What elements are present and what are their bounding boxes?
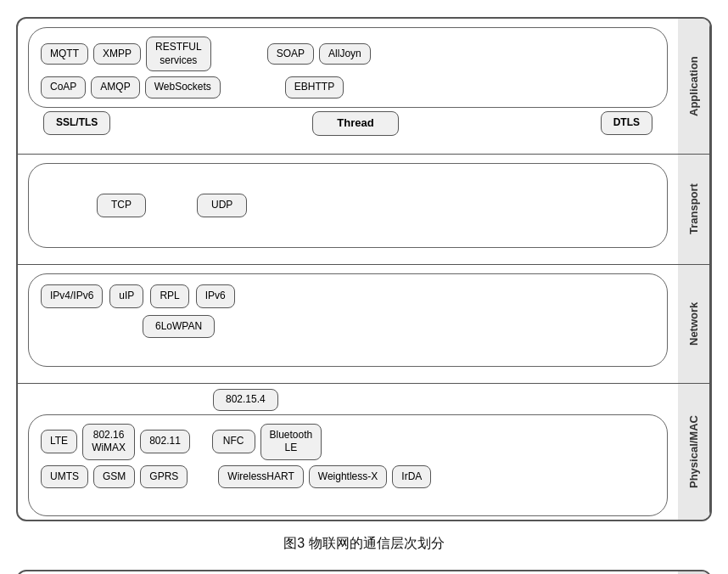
proto-80216: 802.16WiMAX bbox=[82, 424, 135, 460]
physical-content: 802.15.4 LTE 802.16WiMAX 802.11 NFC Blue… bbox=[18, 384, 678, 520]
proto-weightless: Weightless-X bbox=[309, 465, 387, 489]
proto-802154: 802.15.4 bbox=[213, 389, 278, 411]
proto-ipv4ipv6: IPv4/IPv6 bbox=[41, 284, 103, 308]
network-label: Network bbox=[678, 265, 710, 383]
network-content: IPv4/IPv6 uIP RPL IPv6 6LoWPAN bbox=[18, 265, 678, 383]
application-layer: MQTT XMPP RESTFULservices SOAP AllJoyn C… bbox=[18, 19, 710, 155]
proto-amqp: AMQP bbox=[91, 76, 139, 98]
proto-lte: LTE bbox=[41, 430, 77, 453]
application-inner-box: MQTT XMPP RESTFULservices SOAP AllJoyn C… bbox=[28, 27, 668, 108]
proto-umts: UMTS bbox=[41, 465, 88, 489]
proto-mqtt: MQTT bbox=[41, 43, 88, 65]
network-layer: IPv4/IPv6 uIP RPL IPv6 6LoWPAN Network bbox=[18, 265, 710, 384]
proto-uip: uIP bbox=[109, 284, 143, 308]
proto-rpl: RPL bbox=[150, 284, 188, 308]
proto-irda: IrDA bbox=[392, 465, 431, 489]
physical-inner-box: LTE 802.16WiMAX 802.11 NFC BluetoothLE U… bbox=[28, 414, 668, 516]
proto-websockets: WebSockets bbox=[145, 76, 221, 98]
application-content: MQTT XMPP RESTFULservices SOAP AllJoyn C… bbox=[18, 19, 678, 154]
diagram-frame: MQTT XMPP RESTFULservices SOAP AllJoyn C… bbox=[16, 570, 712, 574]
proto-ipv6: IPv6 bbox=[196, 284, 235, 308]
proto-tcp: TCP bbox=[97, 194, 146, 217]
transport-layer: TCP UDP Transport bbox=[18, 155, 710, 265]
proto-6lowpan: 6LoWPAN bbox=[143, 315, 215, 339]
proto-alljoyn: AllJoyn bbox=[319, 43, 371, 65]
diagram-wrapper: MQTT XMPP RESTFULservices SOAP AllJoyn C… bbox=[16, 17, 712, 521]
transport-content: TCP UDP bbox=[18, 155, 678, 264]
proto-thread: Thread bbox=[312, 111, 398, 136]
proto-gsm: GSM bbox=[93, 465, 135, 489]
application-label: Application bbox=[678, 19, 710, 154]
physical-label: Physical/MAC bbox=[678, 384, 710, 520]
transport-label: Transport bbox=[678, 155, 710, 264]
caption: 图3 物联网的通信层次划分 bbox=[283, 535, 444, 553]
proto-dtls: DTLS bbox=[601, 111, 652, 135]
proto-udp: UDP bbox=[197, 194, 247, 217]
diagram-container: MQTT XMPP RESTFULservices SOAP AllJoyn C… bbox=[16, 17, 712, 553]
proto-ebhttp: EBHTTP bbox=[285, 76, 344, 98]
proto-xmpp: XMPP bbox=[93, 43, 141, 65]
proto-nfc: NFC bbox=[212, 430, 255, 453]
proto-soap: SOAP bbox=[267, 43, 314, 65]
proto-restful: RESTFULservices bbox=[146, 37, 211, 71]
proto-gprs: GPRS bbox=[140, 465, 188, 489]
proto-ssltls: SSL/TLS bbox=[43, 111, 110, 135]
proto-bluetooth-le: BluetoothLE bbox=[260, 424, 322, 460]
transport-inner-box: TCP UDP bbox=[28, 163, 668, 248]
proto-coap: CoAP bbox=[41, 76, 86, 98]
physical-layer: 802.15.4 LTE 802.16WiMAX 802.11 NFC Blue… bbox=[18, 384, 710, 520]
proto-80211: 802.11 bbox=[140, 430, 190, 453]
network-inner-box: IPv4/IPv6 uIP RPL IPv6 6LoWPAN bbox=[28, 273, 668, 367]
full-diagram-outer: MQTT XMPP RESTFULservices SOAP AllJoyn C… bbox=[16, 570, 712, 574]
proto-wirelesshart: WirelessHART bbox=[218, 465, 303, 489]
